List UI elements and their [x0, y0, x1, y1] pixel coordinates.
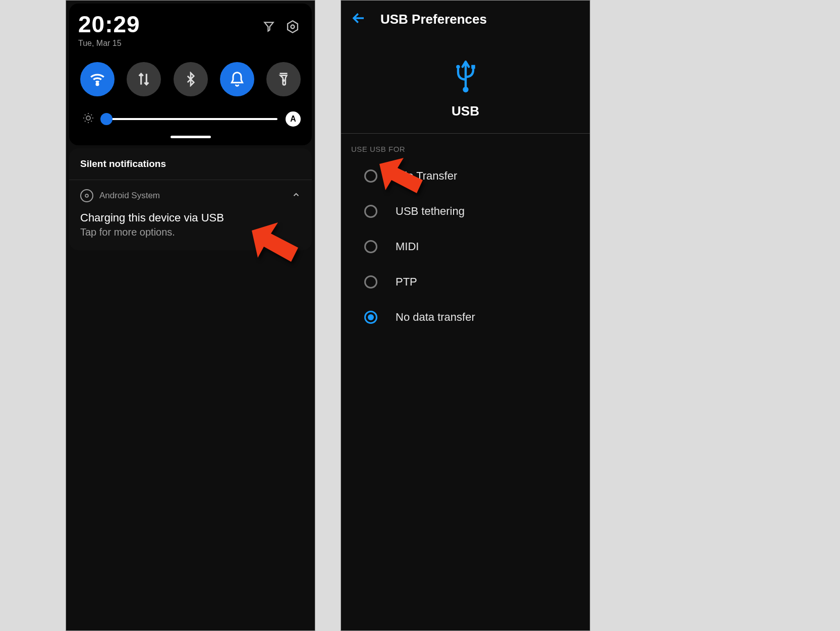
chevron-up-icon[interactable] — [292, 190, 301, 202]
filter-icon[interactable] — [262, 20, 275, 35]
radio-icon-selected — [364, 311, 377, 324]
svg-point-9 — [463, 87, 468, 92]
option-midi[interactable]: MIDI — [341, 229, 590, 264]
page-title: USB Preferences — [380, 12, 487, 27]
quick-settings-panel: 20:29 Tue, Mar 15 — [69, 4, 312, 145]
option-ptp[interactable]: PTP — [341, 264, 590, 300]
usb-hero-label: USB — [341, 103, 590, 119]
svg-point-4 — [86, 116, 90, 120]
status-date: Tue, Mar 15 — [78, 39, 140, 48]
brightness-icon — [82, 112, 94, 126]
annotation-arrow-right — [376, 158, 427, 200]
svg-point-2 — [96, 83, 98, 85]
status-time: 20:29 — [78, 13, 140, 36]
tile-wifi[interactable] — [80, 62, 115, 96]
phone-notification-shade: 20:29 Tue, Mar 15 — [66, 0, 315, 631]
option-label: MIDI — [396, 240, 419, 253]
svg-marker-6 — [252, 222, 298, 262]
svg-point-5 — [85, 194, 88, 197]
svg-rect-8 — [471, 65, 475, 69]
blurred-wallpaper — [66, 249, 315, 630]
option-label: PTP — [396, 275, 417, 289]
brightness-slider-row: A — [78, 111, 303, 127]
option-label: USB tethering — [396, 205, 465, 218]
tile-bluetooth[interactable] — [174, 62, 208, 96]
android-system-icon — [80, 189, 93, 202]
phone-usb-preferences: USB Preferences USB USE USB FOR File Tra… — [341, 0, 590, 631]
annotation-arrow-left — [250, 222, 305, 270]
radio-icon — [364, 240, 377, 253]
section-label-use-usb-for: USE USB FOR — [341, 134, 590, 158]
svg-point-1 — [291, 25, 295, 29]
notification-source-row[interactable]: Android System — [69, 180, 312, 211]
auto-brightness-toggle[interactable]: A — [286, 111, 301, 127]
option-label: No data transfer — [396, 311, 475, 324]
quick-settings-tiles — [78, 62, 303, 96]
silent-notifications-header: Silent notifications — [69, 148, 312, 180]
tile-flashlight[interactable] — [266, 62, 301, 96]
tile-do-not-disturb[interactable] — [220, 62, 254, 96]
tile-mobile-data[interactable] — [127, 62, 161, 96]
svg-point-7 — [456, 65, 460, 69]
back-arrow-icon[interactable] — [351, 11, 366, 28]
svg-point-3 — [283, 80, 285, 81]
option-no-data-transfer[interactable]: No data transfer — [341, 300, 590, 335]
usb-preferences-header: USB Preferences — [341, 1, 590, 38]
notification-source-label: Android System — [99, 191, 160, 201]
usb-hero: USB — [341, 38, 590, 133]
radio-icon — [364, 169, 377, 183]
brightness-slider[interactable] — [102, 118, 277, 120]
usb-trident-icon — [341, 58, 590, 93]
svg-marker-10 — [379, 158, 423, 193]
settings-gear-icon[interactable] — [286, 20, 300, 36]
radio-icon — [364, 275, 377, 289]
panel-drag-handle[interactable] — [171, 136, 211, 138]
brightness-slider-thumb[interactable] — [100, 113, 113, 125]
svg-marker-0 — [288, 21, 298, 32]
radio-icon — [364, 205, 377, 218]
